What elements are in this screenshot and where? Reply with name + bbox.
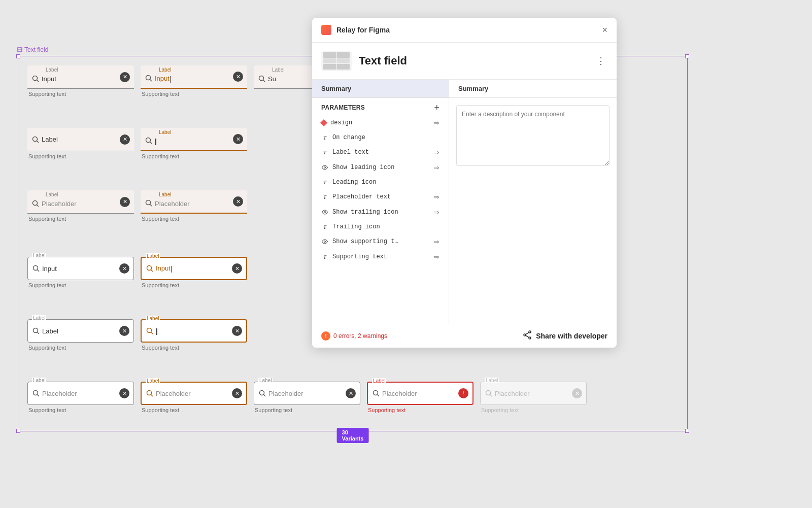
svg-point-22 xyxy=(147,328,152,333)
component-header: Text field ⋮ xyxy=(312,43,617,80)
svg-line-21 xyxy=(38,332,40,334)
diamond-icon xyxy=(320,119,327,126)
field-label: Label xyxy=(272,67,284,73)
clear-button[interactable]: ✕ xyxy=(233,72,243,82)
list-item: Label Input ✕ Supporting text xyxy=(141,65,250,124)
list-item: Label Label ✕ Supporting text xyxy=(27,315,137,374)
supporting-text: Supporting text xyxy=(27,407,66,413)
corner-bl xyxy=(16,429,20,433)
param-arrow: ⇒ xyxy=(433,193,439,201)
svg-point-26 xyxy=(147,391,152,395)
param-arrow: ⇒ xyxy=(433,208,439,216)
corner-tl xyxy=(16,54,20,58)
svg-point-4 xyxy=(146,76,151,80)
close-button[interactable]: × xyxy=(602,25,607,35)
list-item: Label ✕ Supporting text xyxy=(141,128,250,186)
svg-point-24 xyxy=(33,391,38,395)
list-item: Label Placeholder ✕ Supporting text xyxy=(27,190,137,249)
svg-line-27 xyxy=(151,395,153,397)
field-value: Input xyxy=(42,75,120,83)
field-value xyxy=(155,137,233,145)
svg-line-5 xyxy=(150,80,152,82)
svg-line-19 xyxy=(151,270,153,272)
field-label: Label xyxy=(485,378,499,383)
field-value: Label xyxy=(42,136,120,143)
clear-button[interactable]: ✕ xyxy=(233,196,243,207)
param-row[interactable]: design ⇒ xyxy=(312,115,449,130)
warning-icon: ! xyxy=(321,331,330,341)
list-item: Label ✕ Supporting text xyxy=(141,315,250,374)
svg-line-15 xyxy=(150,205,152,207)
param-row[interactable]: T Supporting text ⇒ xyxy=(312,249,449,264)
panel-left: Summary Parameters + design ⇒ T On ch xyxy=(312,80,449,324)
supporting-text: Supporting text xyxy=(367,407,405,413)
svg-point-6 xyxy=(259,76,264,80)
svg-point-16 xyxy=(33,266,38,270)
svg-point-12 xyxy=(33,200,38,205)
more-options-button[interactable]: ⋮ xyxy=(594,53,607,69)
field-label: Label xyxy=(258,378,273,383)
clear-button[interactable]: ✕ xyxy=(232,326,242,336)
field-placeholder: Placeholder xyxy=(382,390,458,397)
clear-button[interactable]: ✕ xyxy=(119,263,129,274)
relay-panel: Relay for Figma × Text field ⋮ xyxy=(312,18,617,348)
clear-button[interactable]: ✕ xyxy=(232,263,242,274)
clear-button[interactable]: ✕ xyxy=(346,388,356,398)
supporting-text: Supporting text xyxy=(27,153,66,159)
svg-line-17 xyxy=(38,270,40,272)
add-parameter-button[interactable]: + xyxy=(434,103,439,112)
field-placeholder: Placeholder xyxy=(155,200,233,208)
field-label: Label xyxy=(159,129,171,135)
type-text-icon: T xyxy=(321,134,328,141)
list-item: Label Input ✕ Supporting text xyxy=(141,253,250,311)
clear-button[interactable]: ✕ xyxy=(232,388,242,398)
panel-title: Relay for Figma xyxy=(336,26,597,34)
supporting-text: Supporting text xyxy=(27,91,66,97)
param-row[interactable]: Show leading icon ⇒ xyxy=(312,160,449,175)
field-label: Label xyxy=(46,192,58,197)
tab-summary-left[interactable]: Summary xyxy=(312,80,449,98)
svg-point-39 xyxy=(524,334,526,336)
param-row[interactable]: T Trailing icon xyxy=(312,220,449,234)
clear-button[interactable]: ✕ xyxy=(120,134,130,145)
param-name: On change xyxy=(332,134,439,141)
params-list: design ⇒ T On change T Label text ⇒ xyxy=(312,115,449,324)
tab-summary-right[interactable]: Summary xyxy=(449,80,617,98)
svg-line-25 xyxy=(38,395,40,397)
panel-header: Relay for Figma × xyxy=(312,18,617,43)
supporting-text: Supporting text xyxy=(141,153,179,159)
field-value: Input xyxy=(42,265,119,273)
clear-button[interactable]: ✕ xyxy=(119,326,129,336)
clear-button[interactable]: ✕ xyxy=(119,388,129,398)
param-row[interactable]: Show trailing icon ⇒ xyxy=(312,205,449,220)
clear-button[interactable]: ✕ xyxy=(120,197,130,207)
canvas: Text field Label Input ✕ Supporting text xyxy=(0,0,812,508)
svg-point-32 xyxy=(486,391,491,395)
type-text-icon: T xyxy=(321,253,328,260)
param-row[interactable]: T Placeholder text ⇒ xyxy=(312,189,449,205)
field-label: Label xyxy=(146,253,160,259)
param-row[interactable]: T Label text ⇒ xyxy=(312,145,449,160)
list-item: Label Placeholder ! Supporting text xyxy=(367,378,476,436)
field-label: Label xyxy=(32,253,46,258)
param-row[interactable]: T Leading icon xyxy=(312,175,449,189)
list-item: Label Input ✕ Supporting text xyxy=(27,65,137,124)
description-textarea[interactable] xyxy=(456,105,610,166)
type-text-icon: T xyxy=(321,179,328,186)
svg-line-29 xyxy=(264,395,266,397)
svg-point-10 xyxy=(146,138,151,143)
svg-line-3 xyxy=(37,80,39,82)
svg-line-9 xyxy=(37,141,39,143)
param-row[interactable]: T On change xyxy=(312,130,449,145)
svg-rect-0 xyxy=(18,48,22,52)
share-button[interactable]: Share with developer xyxy=(523,330,607,342)
warning-text: 0 errors, 2 warnings xyxy=(333,332,387,340)
clear-button[interactable]: ✕ xyxy=(233,134,243,144)
supporting-text: Supporting text xyxy=(27,216,66,222)
component-name: Text field xyxy=(359,54,407,67)
list-item: Label Placeholder ✕ Supporting text xyxy=(141,378,250,436)
param-row[interactable]: Show supporting t… ⇒ xyxy=(312,234,449,249)
eye-icon xyxy=(321,164,328,171)
clear-button[interactable]: ✕ xyxy=(120,72,130,82)
field-label: Label xyxy=(32,378,46,383)
